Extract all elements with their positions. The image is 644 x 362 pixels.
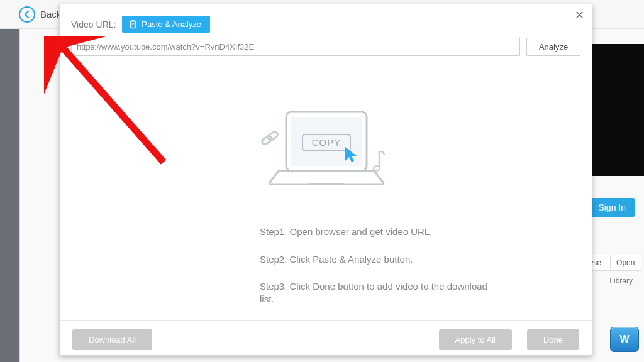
back-label: Back — [40, 9, 61, 19]
close-icon[interactable]: ✕ — [575, 9, 584, 21]
dialog-body: COPY Step1. Open browser and get video U… — [60, 65, 592, 320]
library-label: Library — [609, 277, 633, 285]
video-url-input[interactable] — [71, 38, 520, 56]
analyze-button[interactable]: Analyze — [526, 38, 580, 56]
back-arrow-icon — [19, 6, 35, 23]
svg-rect-1 — [132, 20, 135, 21]
video-url-label: Video URL: — [71, 19, 116, 30]
instruction-steps: Step1. Open browser and get video URL. S… — [150, 226, 502, 320]
svg-rect-6 — [267, 131, 279, 141]
glossy-button-label: W — [619, 334, 629, 345]
step-3-text: Step3. Click Done button to add video to… — [260, 280, 502, 305]
svg-point-7 — [374, 167, 380, 171]
copy-url-illustration: COPY — [253, 109, 398, 207]
url-label-row: Video URL: Paste & Analyze — [60, 4, 592, 38]
open-button[interactable]: Open — [611, 255, 641, 270]
apply-to-all-button[interactable]: Apply to All — [439, 329, 512, 350]
back-button[interactable]: Back — [19, 6, 61, 23]
glossy-action-button[interactable]: W — [610, 327, 639, 352]
download-all-button[interactable]: Download All — [72, 329, 152, 350]
dialog-footer: Download All Apply to All Done — [60, 320, 592, 359]
paste-analyze-button[interactable]: Paste & Analyze — [122, 16, 210, 33]
paste-analyze-label: Paste & Analyze — [142, 19, 201, 29]
url-input-row: Analyze — [60, 38, 592, 65]
step-2-text: Step2. Click Paste & Analyze button. — [260, 253, 502, 266]
done-button[interactable]: Done — [527, 329, 579, 350]
clipboard-icon — [128, 19, 137, 29]
copy-label: COPY — [312, 137, 341, 148]
step-1-text: Step1. Open browser and get video URL. — [260, 226, 502, 238]
video-url-dialog: ✕ Video URL: Paste & Analyze Analyze — [59, 4, 592, 356]
sign-in-button[interactable]: Sign In — [589, 198, 635, 217]
